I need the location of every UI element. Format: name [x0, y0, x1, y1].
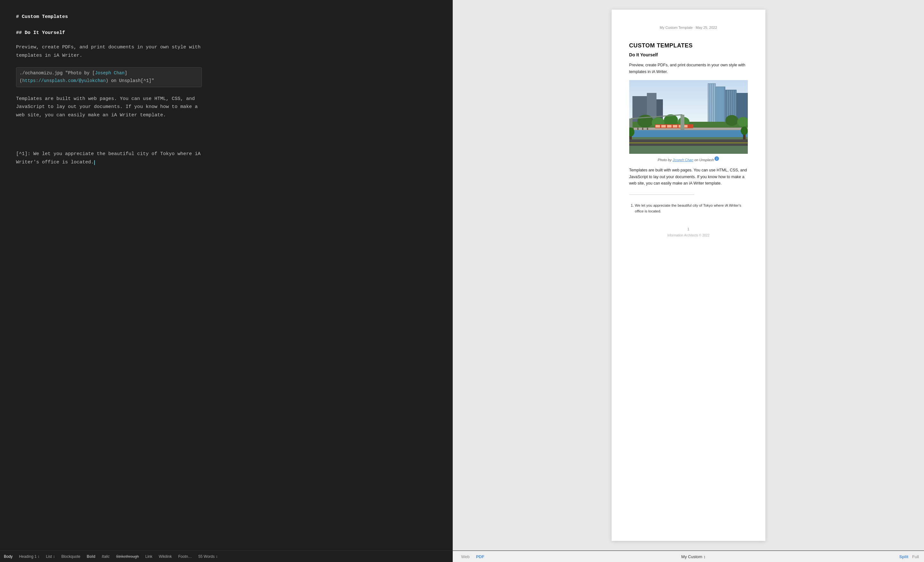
preview-footer: Information Architects © 2022	[629, 234, 748, 237]
preview-image	[629, 80, 748, 154]
view-mode-buttons: Split Full	[899, 554, 919, 559]
toolbar-wikilink[interactable]: Wikilink	[156, 551, 175, 562]
svg-rect-39	[637, 128, 639, 130]
editor-panel[interactable]: # Custom Templates ## Do It Yourself Pre…	[0, 0, 453, 550]
svg-rect-48	[684, 125, 687, 127]
bottom-toolbar: Body Heading 1 ↕ List ↕ Blockquote Bold …	[0, 550, 924, 562]
toolbar-words[interactable]: 55 Words ↕	[195, 551, 221, 562]
text-cursor	[94, 160, 95, 165]
svg-rect-40	[642, 128, 644, 130]
view-mode-full[interactable]: Full	[912, 554, 919, 559]
toolbar-footnote[interactable]: Footn…	[175, 551, 195, 562]
toolbar-center: My Custom ↕	[488, 554, 899, 559]
caption-link[interactable]: Joseph Chan	[672, 158, 693, 162]
editor-code-block: ./ochanomizu.jpg "Photo by [Joseph Chan]…	[16, 67, 202, 87]
toolbar-link[interactable]: Link	[142, 551, 156, 562]
svg-rect-44	[661, 125, 666, 127]
svg-rect-45	[667, 125, 672, 127]
toolbar-blockquote[interactable]: Blockquote	[58, 551, 83, 562]
preview-page-number: 1	[629, 227, 748, 231]
preview-caption: Photo by Joseph Chan on Unsplash1	[629, 156, 748, 162]
toolbar-left: Body Heading 1 ↕ List ↕ Blockquote Bold …	[0, 551, 453, 562]
footnote-icon: 1	[714, 156, 719, 161]
preview-header: My Custom Template · May 25, 2022	[629, 25, 748, 30]
view-tabs: Web PDF	[458, 554, 488, 559]
preview-h1: CUSTOM TEMPLATES	[629, 42, 748, 49]
svg-rect-41	[647, 128, 648, 130]
toolbar-strikethrough[interactable]: Strikethrough	[113, 551, 142, 562]
editor-footnote-label: [^1]: We let you appreciate the beautifu…	[16, 151, 201, 165]
preview-h2: Do It Yourself	[629, 52, 748, 57]
editor-paragraph-2: Templates are built with web pages. You …	[16, 95, 202, 120]
editor-h1: # Custom Templates	[16, 13, 202, 21]
tab-pdf[interactable]: PDF	[473, 554, 488, 559]
toolbar-right: Web PDF My Custom ↕ Split Full	[453, 551, 924, 562]
svg-rect-46	[673, 125, 677, 127]
preview-paragraph-1: Preview, create PDFs, and print document…	[629, 62, 748, 75]
toolbar-list[interactable]: List ↕	[43, 551, 58, 562]
template-selector[interactable]: My Custom ↕	[681, 554, 705, 559]
preview-panel: My Custom Template · May 25, 2022 CUSTOM…	[453, 0, 924, 550]
editor-paragraph-1: Preview, create PDFs, and print document…	[16, 43, 202, 60]
toolbar-italic[interactable]: Italic	[98, 551, 113, 562]
preview-divider	[629, 195, 694, 195]
svg-rect-54	[629, 142, 748, 143]
svg-rect-50	[681, 115, 684, 130]
preview-footnotes: We let you appreciate the beautiful city…	[629, 202, 748, 214]
preview-image-container	[629, 80, 748, 154]
svg-point-29	[725, 115, 738, 126]
preview-paragraph-2: Templates are built with web pages. You …	[629, 167, 748, 187]
toolbar-body[interactable]: Body	[4, 551, 16, 562]
tab-web[interactable]: Web	[458, 554, 473, 559]
editor-footnote-section: [^1]: We let you appreciate the beautifu…	[16, 150, 202, 166]
preview-page: My Custom Template · May 25, 2022 CUSTOM…	[612, 10, 765, 541]
view-mode-split[interactable]: Split	[899, 554, 908, 559]
editor-h2: ## Do It Yourself	[16, 29, 202, 37]
svg-point-58	[741, 127, 748, 135]
footnote-item-1: We let you appreciate the beautiful city…	[635, 202, 748, 214]
svg-rect-43	[656, 125, 660, 127]
editor-content: # Custom Templates ## Do It Yourself Pre…	[16, 13, 202, 166]
toolbar-bold[interactable]: Bold	[84, 551, 99, 562]
toolbar-heading[interactable]: Heading 1 ↕	[16, 551, 43, 562]
